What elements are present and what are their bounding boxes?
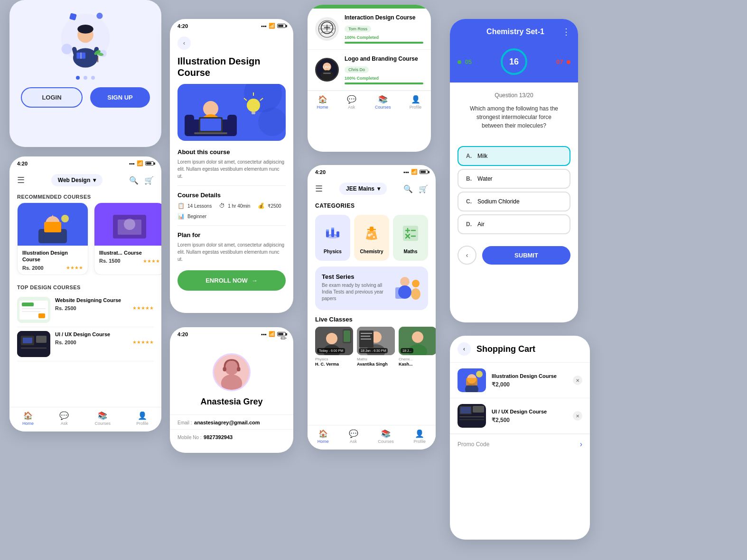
svg-point-106: [221, 375, 242, 391]
cart-icon-5[interactable]: 🛒: [419, 184, 428, 193]
course-price-1: Rs. 2000: [22, 265, 44, 271]
price-detail: 💰 ₹2500: [258, 202, 281, 209]
mobile-label: Mobile No :: [177, 435, 202, 440]
nav5-courses[interactable]: 📚 Courses: [378, 429, 394, 444]
live-class-thumb-1: Today - 6:00 PM: [315, 327, 353, 355]
category-chemistry[interactable]: Chemistry: [354, 215, 389, 261]
course-card-illustration[interactable]: Illustration Design Course Rs. 2000 ★★★★: [17, 202, 88, 275]
live-class-3[interactable]: 18 J... Chemi... Kash...: [399, 327, 436, 367]
nav5-profile-label: Profile: [414, 439, 426, 444]
cart-back-button[interactable]: ‹: [458, 342, 471, 356]
quiz-actions: ‹ SUBMIT: [450, 238, 578, 272]
signup-button[interactable]: SIGN UP: [90, 87, 150, 108]
nav-profile[interactable]: 👤 Profile: [136, 411, 149, 426]
top-course-name-2: UI / UX Design Course: [55, 331, 154, 338]
back-button[interactable]: ‹: [177, 37, 191, 50]
cart-icon[interactable]: 🛒: [144, 176, 154, 185]
categories-grid: Physics Chemistry: [308, 215, 436, 266]
wifi-icon: 📶: [137, 160, 143, 166]
nav4-profile[interactable]: 👤 Profile: [410, 95, 422, 110]
nav4-courses[interactable]: 📚 Courses: [375, 95, 391, 110]
live-class-1[interactable]: Today - 6:00 PM Physics H. C. Verma: [315, 327, 353, 367]
nav4-home[interactable]: 🏠 Home: [317, 95, 328, 110]
header-action-icons: 🔍 🛒: [129, 176, 154, 185]
test-series-card[interactable]: Test Series Be exam ready by solving all…: [315, 266, 428, 310]
nav4-ask[interactable]: 💬 Ask: [347, 95, 356, 110]
timer-right-dot: [567, 60, 570, 64]
option-d[interactable]: D. Air: [458, 214, 570, 234]
instructor-badge-1: Tom Ross: [345, 26, 371, 32]
bottom-nav-4: 🏠 Home 💬 Ask 📚 Courses 👤 Profile: [308, 91, 431, 115]
test-series-title: Test Series: [322, 273, 387, 280]
completed-course-2[interactable]: LFO Logo and Branding Course Chris Do 10…: [308, 50, 431, 91]
chemistry-label: Chemistry: [360, 249, 383, 254]
option-a[interactable]: A. Milk: [458, 146, 570, 166]
login-button[interactable]: LOGIN: [21, 87, 83, 108]
top-course-item-2[interactable]: UI / UX Design Course Rs. 2000 ★★★★★: [17, 331, 154, 361]
cart-item-1: Illustration Design Course ₹2,000 ✕: [450, 363, 590, 398]
top-course-info-2: UI / UX Design Course Rs. 2000 ★★★★★: [55, 331, 154, 345]
jee-dropdown[interactable]: JEE Mains ▾: [339, 183, 387, 195]
svg-rect-29: [38, 313, 45, 318]
enroll-button[interactable]: ENROLL NOW →: [177, 270, 286, 291]
home-icon-4: 🏠: [318, 95, 327, 104]
email-label: Email :: [177, 420, 192, 425]
duration-detail: ⏱ 1 hr 40min: [219, 202, 250, 209]
edit-profile-icon[interactable]: ✏: [280, 334, 287, 343]
category-physics[interactable]: Physics: [315, 215, 350, 261]
auth-buttons-group: LOGIN SIGN UP: [9, 87, 161, 108]
card2-header: ☰ Web Design ▾ 🔍 🛒: [9, 168, 161, 190]
remove-item-1-button[interactable]: ✕: [573, 376, 582, 385]
svg-rect-118: [459, 416, 484, 417]
course-thumb-2: [94, 203, 161, 246]
category-dropdown[interactable]: Web Design ▾: [51, 174, 103, 186]
ask-icon: 💬: [59, 411, 69, 420]
svg-rect-93: [344, 330, 350, 342]
nav5-ask[interactable]: 💬 Ask: [349, 429, 358, 444]
top-course-name-1: Website Designing Course: [55, 297, 154, 303]
quiz-back-button[interactable]: ‹: [458, 246, 476, 265]
course-card-illustration2[interactable]: Illustrat... Course Rs. 1500 ★★★★: [94, 202, 161, 275]
login-signup-card: LOGIN SIGN UP: [9, 0, 161, 147]
arrow-right-icon: →: [252, 277, 258, 284]
remove-item-2-button[interactable]: ✕: [573, 411, 582, 421]
search-icon-5[interactable]: 🔍: [403, 184, 413, 193]
home-icon-5: 🏠: [318, 429, 328, 438]
profile-icon-4: 👤: [411, 95, 420, 104]
nav-home[interactable]: 🏠 Home: [22, 411, 34, 426]
jee-categories-card: 4:20 ▪▪▪ 📶 ☰ JEE Mains ▾ 🔍 🛒 CATEGORIES: [308, 165, 436, 450]
svg-point-37: [258, 108, 286, 136]
search-icon[interactable]: 🔍: [129, 176, 139, 185]
completed-course-name-2: Logo and Branding Course: [345, 55, 423, 63]
nav5-profile[interactable]: 👤 Profile: [414, 429, 426, 444]
courses-icon-4: 📚: [378, 95, 388, 104]
bottom-nav: 🏠 Home 💬 Ask 📚 Courses 👤 Profile: [9, 407, 161, 431]
category-maths[interactable]: Maths: [393, 215, 428, 261]
nav5-home[interactable]: 🏠 Home: [317, 429, 329, 444]
svg-rect-107: [223, 367, 226, 371]
level-text: Beginner: [187, 214, 206, 219]
top-course-thumb-1: [17, 297, 50, 323]
svg-rect-32: [23, 338, 32, 343]
option-b-text: Water: [477, 175, 493, 182]
option-b[interactable]: B. Water: [458, 169, 570, 189]
nav-courses[interactable]: 📚 Courses: [95, 411, 111, 426]
hamburger-icon[interactable]: ☰: [17, 175, 25, 185]
top-course-item-1[interactable]: Website Designing Course Rs. 2500 ★★★★★: [17, 297, 154, 327]
signal-icon-3: ▪▪▪: [261, 23, 267, 29]
option-c[interactable]: C. Sodium Chloride: [458, 192, 570, 211]
hamburger-icon-5[interactable]: ☰: [315, 184, 323, 194]
more-options-icon[interactable]: ⋮: [562, 27, 570, 37]
course-detail-card: 4:20 ▪▪▪ 📶 ‹ Illustration Design Course: [170, 19, 293, 313]
submit-button[interactable]: SUBMIT: [482, 246, 570, 265]
progress-label-1: 100% Completed: [345, 35, 423, 40]
cart-item-price-2: ₹2,500: [492, 417, 567, 423]
maths-icon-box: [399, 221, 422, 245]
option-d-text: Air: [477, 221, 485, 228]
status-bar-6: 4:20 ▪▪▪ 📶: [170, 327, 293, 339]
nav-ask[interactable]: 💬 Ask: [59, 411, 69, 426]
svg-point-68: [326, 236, 339, 239]
completed-course-1[interactable]: Interaction Design Course Tom Ross 100% …: [308, 9, 431, 50]
completed-course-info-1: Interaction Design Course Tom Ross 100% …: [345, 14, 423, 44]
live-class-2[interactable]: 18 Jan - 6:30 PM Maths Avantika Singh: [357, 327, 395, 367]
